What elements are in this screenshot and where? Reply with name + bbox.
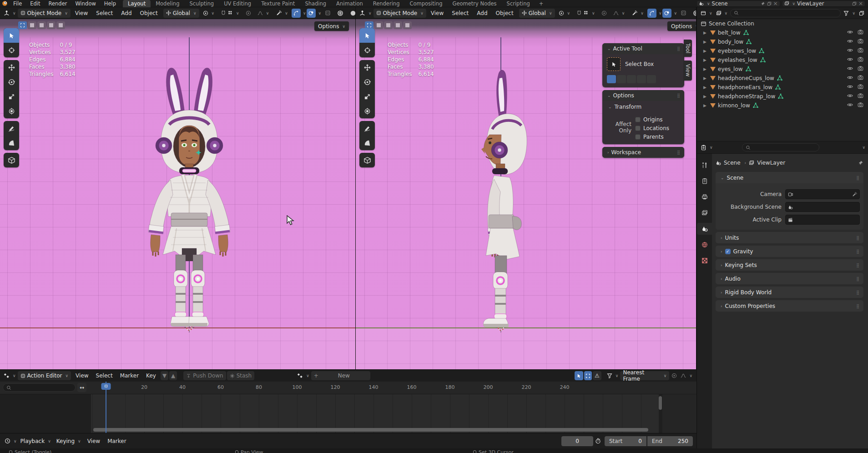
- object-visibility-dropdown[interactable]: ∨: [629, 9, 646, 18]
- filter-dropdown[interactable]: ∨: [606, 371, 620, 380]
- proportional-edit-icon[interactable]: [243, 9, 254, 18]
- new-scene-icon[interactable]: [767, 1, 772, 6]
- outliner-item-headphoneCups_low[interactable]: ▶headphoneCups_low: [697, 74, 868, 83]
- character-model-front[interactable]: [126, 65, 253, 328]
- overlays-dropdown[interactable]: ∨: [674, 11, 677, 15]
- add-cube-tool-button[interactable]: [359, 153, 375, 167]
- end-frame-field[interactable]: End 250: [647, 436, 693, 446]
- editor-type-dropdown[interactable]: ∨: [3, 9, 17, 18]
- viewport-menu-select[interactable]: Select: [92, 10, 116, 16]
- expand-icon[interactable]: ▶: [703, 76, 708, 81]
- hide-viewport-toggle[interactable]: [847, 84, 853, 91]
- proportional-edit-icon[interactable]: [599, 9, 610, 18]
- move-tool-button[interactable]: [4, 60, 19, 75]
- workspace-tab-sculpting[interactable]: Sculpting: [184, 0, 219, 7]
- viewport-canvas-front[interactable]: Options ∨ Objects0 / 9Vertices3,527Edges…: [0, 19, 355, 369]
- use-preview-range-icon[interactable]: [593, 437, 603, 446]
- viewport-menu-select[interactable]: Select: [448, 10, 472, 16]
- properties-viewlayer-tab[interactable]: [697, 207, 712, 219]
- hide-viewport-toggle[interactable]: [847, 56, 853, 64]
- workspace-panel-header[interactable]: › Workspace ⣿: [602, 147, 684, 158]
- editor-type-dropdown[interactable]: ∨: [700, 9, 713, 18]
- scene-selector[interactable]: ∨ Scene ✕: [696, 0, 780, 7]
- object-visibility-dropdown[interactable]: ∨: [273, 9, 291, 18]
- editor-type-dropdown[interactable]: ∨: [700, 143, 714, 152]
- overlays-dropdown[interactable]: ∨: [318, 11, 321, 15]
- properties-scene-tab[interactable]: [697, 223, 712, 235]
- drag-grip-icon[interactable]: ⣿: [856, 249, 860, 254]
- character-model-side[interactable]: [469, 66, 537, 328]
- timeline-ruler[interactable]: ↔ 020406080100120140160180200220240 0: [0, 382, 696, 394]
- topbar-menu-render[interactable]: Render: [45, 0, 71, 7]
- proportional-edit-icon[interactable]: [670, 371, 678, 380]
- outliner-item-eyelashes_low[interactable]: ▶eyelashes_low: [697, 55, 868, 65]
- drag-grip-icon[interactable]: ⣿: [677, 93, 681, 98]
- workspace-tab-geometry-nodes[interactable]: Geometry Nodes: [448, 0, 502, 7]
- dope-menu-select[interactable]: Select: [92, 372, 116, 379]
- select-mode-4-button[interactable]: [56, 21, 65, 29]
- timeline-menu-keying[interactable]: Keying∨: [54, 437, 84, 446]
- drag-grip-icon[interactable]: ⣿: [677, 46, 681, 51]
- disable-render-toggle[interactable]: [858, 93, 863, 100]
- outliner-item-body_low[interactable]: ▶body_low: [697, 37, 868, 46]
- rotate-tool-button[interactable]: [359, 75, 375, 89]
- editor-type-dropdown[interactable]: ∨: [4, 437, 18, 446]
- workspace-tab-uv-editing[interactable]: UV Editing: [219, 0, 256, 7]
- move-down-button[interactable]: ▼: [161, 371, 168, 380]
- breadcrumb-scene[interactable]: Scene: [724, 160, 741, 166]
- viewport-options-dropdown[interactable]: Options ∨: [314, 21, 349, 31]
- select-box-tool-button[interactable]: [607, 57, 621, 71]
- hide-viewport-toggle[interactable]: [847, 29, 853, 36]
- disable-render-toggle[interactable]: [858, 29, 863, 36]
- parents-checkbox[interactable]: [635, 134, 641, 140]
- select-mode-0-button[interactable]: [18, 21, 27, 29]
- snap-mode-dropdown[interactable]: Nearest Frame∨: [620, 371, 669, 380]
- properties-world-tab[interactable]: [697, 239, 712, 251]
- cursor-tool-tool-button[interactable]: [4, 43, 19, 57]
- workspace-tab-layout[interactable]: Layout: [123, 0, 151, 7]
- drag-grip-icon[interactable]: ⣿: [856, 263, 860, 267]
- viewport-canvas-side[interactable]: Options ∨ Objects0 / 9Vertices3,527Edges…: [356, 19, 696, 369]
- expand-icon[interactable]: ▶: [703, 85, 708, 90]
- scene-panel-header[interactable]: ⌄ Scene ⣿: [716, 172, 863, 183]
- mode-dropdown[interactable]: Object Mode∨: [373, 9, 426, 18]
- custom-properties-panel-header[interactable]: ›Custom Properties⣿: [716, 300, 863, 312]
- rotate-tool-button[interactable]: [4, 75, 19, 89]
- disable-render-toggle[interactable]: [858, 47, 863, 55]
- topbar-menu-edit[interactable]: Edit: [26, 0, 44, 7]
- sidebar-tab-view[interactable]: View: [684, 60, 692, 80]
- audio-panel-header[interactable]: ›Audio⣿: [716, 273, 863, 284]
- viewlayer-selector[interactable]: ∨ ViewLayer ✕: [782, 0, 866, 7]
- transform-orientation-dropdown[interactable]: Global∨: [163, 9, 199, 18]
- measure-tool-button[interactable]: [359, 136, 375, 150]
- measure-tool-button[interactable]: [4, 136, 19, 150]
- drag-grip-icon[interactable]: ⣿: [856, 277, 860, 281]
- hide-viewport-toggle[interactable]: [847, 65, 853, 73]
- overlays-toggle-icon[interactable]: [662, 9, 671, 18]
- hide-viewport-toggle[interactable]: [847, 47, 853, 55]
- viewport-menu-object[interactable]: Object: [136, 10, 161, 16]
- viewport-menu-view[interactable]: View: [71, 10, 91, 16]
- background-scene-field[interactable]: [785, 202, 860, 212]
- gizmos-toggle-icon[interactable]: [292, 9, 301, 18]
- shading-solid-icon[interactable]: [347, 9, 356, 18]
- snap-dropdown[interactable]: ∨: [218, 9, 242, 18]
- breadcrumb-viewlayer[interactable]: ViewLayer: [757, 160, 785, 166]
- keying-sets-panel-header[interactable]: ›Keying Sets⣿: [716, 259, 863, 271]
- expand-icon[interactable]: ▶: [703, 49, 708, 53]
- topbar-menu-help[interactable]: Help: [100, 0, 120, 7]
- overlays-toggle-icon[interactable]: [307, 9, 316, 18]
- add-cube-tool-button[interactable]: [4, 153, 19, 167]
- workspace-tab-shading[interactable]: Shading: [300, 0, 331, 7]
- locations-checkbox[interactable]: [635, 126, 641, 131]
- gravity-enable-checkbox[interactable]: ✓: [725, 249, 731, 254]
- cursor-tool-tool-button[interactable]: [359, 43, 375, 57]
- drag-grip-icon[interactable]: ⣿: [856, 236, 860, 240]
- select-mode-3-button[interactable]: [47, 21, 56, 29]
- hide-viewport-toggle[interactable]: [847, 102, 853, 109]
- timeline-menu-view[interactable]: View: [84, 438, 104, 444]
- expand-channels-button[interactable]: ↔: [77, 383, 86, 392]
- active-clip-field[interactable]: [785, 215, 860, 225]
- gizmos-dropdown[interactable]: ∨: [659, 11, 662, 15]
- select-mode-1-button[interactable]: [28, 21, 36, 29]
